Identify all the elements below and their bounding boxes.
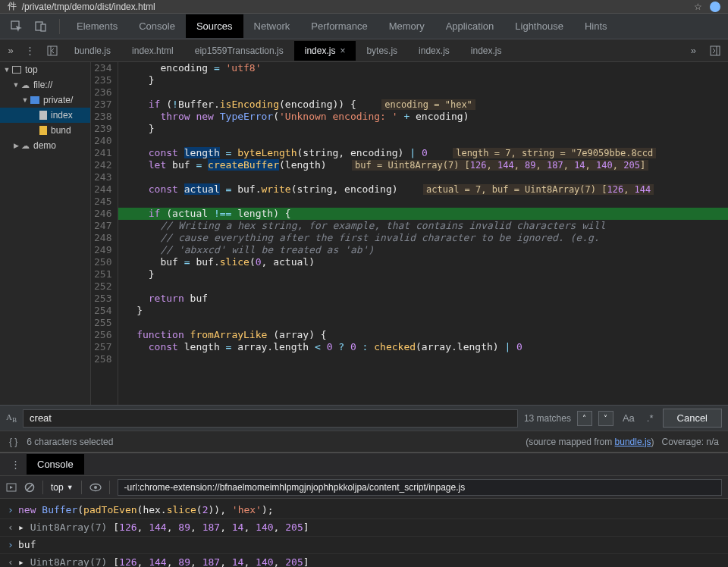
console-output: ›new Buffer(padToEven(hex.slice(2)), 'he… <box>0 499 728 567</box>
code-line[interactable]: const actual = buf.write(string, encodin… <box>118 183 728 196</box>
code-line[interactable]: const length = array.length < 0 ? 0 : ch… <box>118 341 728 353</box>
console-toolbar: top▼ <box>0 476 728 499</box>
tree-item[interactable]: ▼☁file:// <box>0 77 90 92</box>
line-number-gutter: 2342352362372382392402412422432442452462… <box>91 62 118 405</box>
tab-console[interactable]: Console <box>27 454 84 475</box>
divider <box>42 481 43 494</box>
match-count: 13 matches <box>524 413 571 424</box>
next-match-button[interactable]: ˅ <box>598 411 613 426</box>
more-tabs-right-icon[interactable]: » <box>683 45 704 56</box>
kebab-menu-icon[interactable]: ⋮ <box>20 41 39 61</box>
url-path: /private/tmp/demo/dist/index.html <box>22 2 155 12</box>
file-tab[interactable]: eip1559Transaction.js <box>184 41 294 61</box>
search-input[interactable] <box>23 409 518 428</box>
tree-item[interactable]: ▼top <box>0 62 90 77</box>
svg-line-9 <box>27 484 33 490</box>
console-filter-input[interactable] <box>118 479 722 496</box>
tab-sources[interactable]: Sources <box>186 14 243 38</box>
file-tab[interactable]: index.html <box>121 41 184 61</box>
tree-item[interactable]: ▼private/ <box>0 92 90 108</box>
code-line[interactable] <box>118 86 728 99</box>
device-toggle-icon[interactable] <box>32 17 50 36</box>
divider <box>81 481 82 494</box>
code-line[interactable]: let buf = createBuffer(length) buf = Uin… <box>118 159 728 171</box>
tab-hints[interactable]: Hints <box>574 14 618 38</box>
code-line[interactable]: encoding = 'utf8' <box>118 62 728 74</box>
regex-toggle[interactable]: .* <box>644 412 657 424</box>
code-line[interactable]: } <box>118 268 728 280</box>
url-prefix: 件 <box>8 0 22 13</box>
code-line[interactable] <box>118 353 728 365</box>
console-row[interactable]: ‹▸ Uint8Array(7) [126, 144, 89, 187, 14,… <box>0 554 728 567</box>
console-menu-icon[interactable]: ⋮ <box>5 459 27 470</box>
source-map-info: (source mapped from bundle.js) Coverage:… <box>526 437 719 447</box>
svg-rect-2 <box>41 24 46 31</box>
code-line[interactable]: const length = byteLength(string, encodi… <box>118 147 728 159</box>
divider <box>59 19 60 34</box>
code-line[interactable] <box>118 171 728 183</box>
code-line[interactable]: throw new TypeError('Unknown encoding: '… <box>118 111 728 123</box>
close-tab-icon[interactable]: × <box>340 45 345 56</box>
console-row[interactable]: ›new Buffer(padToEven(hex.slice(2)), 'he… <box>0 502 728 519</box>
tab-network[interactable]: Network <box>243 14 301 38</box>
file-tab[interactable]: index.js× <box>294 41 356 61</box>
pretty-print-icon[interactable]: { } <box>9 437 17 447</box>
svg-rect-3 <box>48 46 57 55</box>
coverage-info: Coverage: n/a <box>662 437 719 447</box>
code-line[interactable] <box>118 196 728 208</box>
debugger-toggle-icon[interactable] <box>705 41 725 61</box>
navigator-toggle-icon[interactable] <box>42 41 62 61</box>
tab-console[interactable]: Console <box>128 14 186 38</box>
code-line[interactable]: function fromArrayLike (array) { <box>118 329 728 341</box>
code-line[interactable]: } <box>118 305 728 317</box>
code-line[interactable]: buf = buf.slice(0, actual) <box>118 256 728 268</box>
tree-item[interactable]: bund <box>0 123 90 138</box>
console-play-icon[interactable] <box>6 482 17 493</box>
live-expression-icon[interactable] <box>89 483 102 492</box>
tree-item[interactable]: ▶☁demo <box>0 138 90 153</box>
file-tab[interactable]: bytes.js <box>356 41 408 61</box>
clear-console-icon[interactable] <box>24 482 35 493</box>
divider <box>109 481 110 494</box>
tree-item[interactable]: index <box>0 108 90 123</box>
code-line[interactable]: return buf <box>118 293 728 305</box>
code-line[interactable]: if (!Buffer.isEncoding(encoding)) { enco… <box>118 99 728 111</box>
code-line[interactable] <box>118 280 728 293</box>
address-bar: 件 /private/tmp/demo/dist/index.html ☆ <box>0 0 728 14</box>
console-drawer: ⋮ Console top▼ ›new Buffer(padToEven(hex… <box>0 452 728 567</box>
more-tabs-left-icon[interactable]: » <box>3 45 18 56</box>
code-line[interactable]: if (actual !== length) { <box>118 208 728 220</box>
file-tab[interactable]: index.js <box>460 41 513 61</box>
editor-search-bar: AB 13 matches ˄ ˅ Aa .* Cancel <box>0 405 728 431</box>
svg-point-11 <box>94 486 97 489</box>
prev-match-button[interactable]: ˄ <box>577 411 592 426</box>
tab-memory[interactable]: Memory <box>378 14 435 38</box>
tab-lighthouse[interactable]: Lighthouse <box>504 14 574 38</box>
code-content[interactable]: encoding = 'utf8' } if (!Buffer.isEncodi… <box>118 62 728 405</box>
editor-status-bar: { } 6 characters selected (source mapped… <box>0 431 728 452</box>
tab-application[interactable]: Application <box>435 14 505 38</box>
bookmark-star-icon[interactable]: ☆ <box>694 2 702 12</box>
source-map-link[interactable]: bundle.js <box>615 437 651 447</box>
file-tab[interactable]: index.js <box>408 41 460 61</box>
profile-avatar[interactable] <box>710 2 720 12</box>
code-line[interactable]: // Writing a hex string, for example, th… <box>118 220 728 232</box>
tab-performance[interactable]: Performance <box>300 14 378 38</box>
match-case-toggle[interactable]: Aa <box>620 412 638 424</box>
code-line[interactable]: // 'abxxcd' will be treated as 'ab') <box>118 244 728 256</box>
inspect-element-icon[interactable] <box>8 17 26 36</box>
devtools-main-tabs: ElementsConsoleSourcesNetworkPerformance… <box>0 14 728 39</box>
code-line[interactable] <box>118 317 728 329</box>
code-line[interactable] <box>118 135 728 147</box>
code-line[interactable]: // cause everything after the first inva… <box>118 232 728 244</box>
execution-context-selector[interactable]: top▼ <box>51 482 74 493</box>
console-row[interactable]: ›buf <box>0 537 728 554</box>
cancel-button[interactable]: Cancel <box>663 409 722 428</box>
code-line[interactable]: } <box>118 74 728 86</box>
code-line[interactable]: } <box>118 123 728 135</box>
tab-elements[interactable]: Elements <box>66 14 128 38</box>
console-row[interactable]: ‹▸ Uint8Array(7) [126, 144, 89, 187, 14,… <box>0 519 728 537</box>
code-editor[interactable]: 2342352362372382392402412422432442452462… <box>91 62 728 405</box>
search-mode-icon[interactable]: AB <box>6 412 17 424</box>
file-tab[interactable]: bundle.js <box>64 41 121 61</box>
